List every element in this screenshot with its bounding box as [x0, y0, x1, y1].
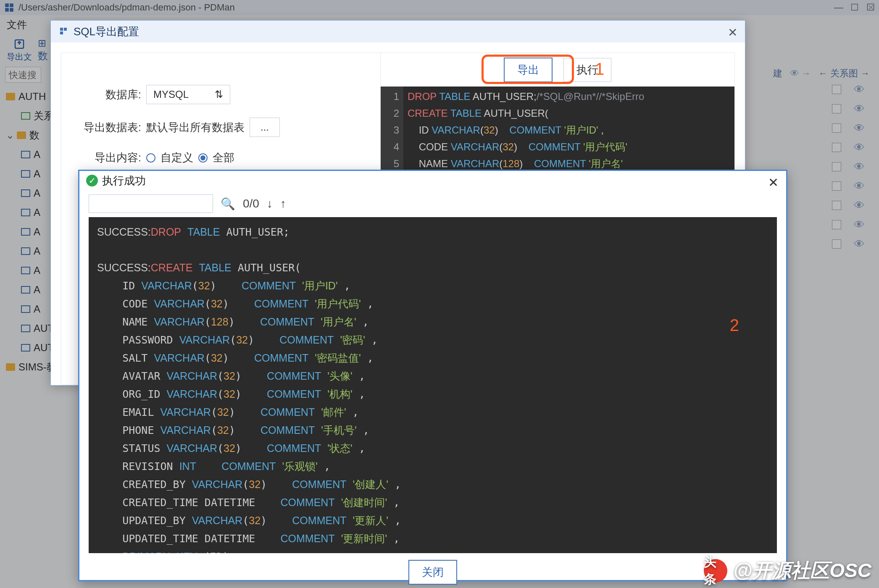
run-result-modal: ✓ 执行成功 ✕ 🔍 0/0 ↓ ↑ SUCCESS:DROP TABLE AU…	[78, 170, 787, 581]
modal2-title: 执行成功	[102, 173, 146, 188]
radio-label: 自定义	[161, 150, 193, 165]
radio-label: 全部	[213, 150, 234, 165]
content-row: 导出内容: 自定义 全部	[74, 150, 368, 165]
tables-value: 默认导出所有数据表	[146, 120, 245, 135]
modal2-footer: 关闭	[79, 560, 786, 585]
annotation-1: 1	[595, 60, 604, 79]
db-select[interactable]: MYSQL⇅	[146, 85, 230, 104]
watermark-logo: 头条	[704, 559, 727, 583]
watermark: 头条 @开源社区OSC	[704, 558, 871, 584]
modal1-logo-icon	[58, 26, 69, 37]
db-value: MYSQL	[153, 89, 189, 100]
success-icon: ✓	[86, 175, 98, 186]
modal1-close-icon[interactable]: ✕	[728, 26, 737, 39]
radio-all[interactable]	[198, 153, 208, 163]
modal1-titlebar: SQL导出配置 ✕	[51, 21, 745, 42]
close-button[interactable]: 关闭	[408, 560, 457, 585]
modal2-close-icon[interactable]: ✕	[768, 175, 779, 190]
prev-icon[interactable]: ↑	[280, 197, 286, 210]
tables-label: 导出数据表:	[74, 120, 141, 135]
next-icon[interactable]: ↓	[267, 197, 273, 210]
content-label: 导出内容:	[74, 150, 141, 165]
modal1-title: SQL导出配置	[74, 24, 139, 39]
counter: 0/0	[243, 197, 259, 210]
tables-browse-button[interactable]: ...	[250, 118, 280, 137]
annotation-2: 2	[730, 316, 739, 334]
watermark-text: @开源社区OSC	[733, 558, 871, 584]
modal1-buttons: 导出 执行 1	[381, 53, 734, 87]
output-console: SUCCESS:DROP TABLE AUTH_USER; SUCCESS:CR…	[89, 217, 777, 553]
search-output-input[interactable]	[89, 194, 213, 213]
annotation-box-1	[482, 55, 574, 84]
updown-icon: ⇅	[215, 89, 223, 100]
search-icon[interactable]: 🔍	[221, 197, 235, 211]
db-row: 数据库: MYSQL⇅	[74, 85, 368, 104]
radio-custom[interactable]	[146, 153, 155, 163]
db-label: 数据库:	[74, 87, 141, 102]
tables-row: 导出数据表: 默认导出所有数据表 ...	[74, 118, 368, 137]
modal2-toolbar: 🔍 0/0 ↓ ↑	[79, 190, 786, 217]
modal2-titlebar: ✓ 执行成功 ✕	[79, 171, 786, 190]
